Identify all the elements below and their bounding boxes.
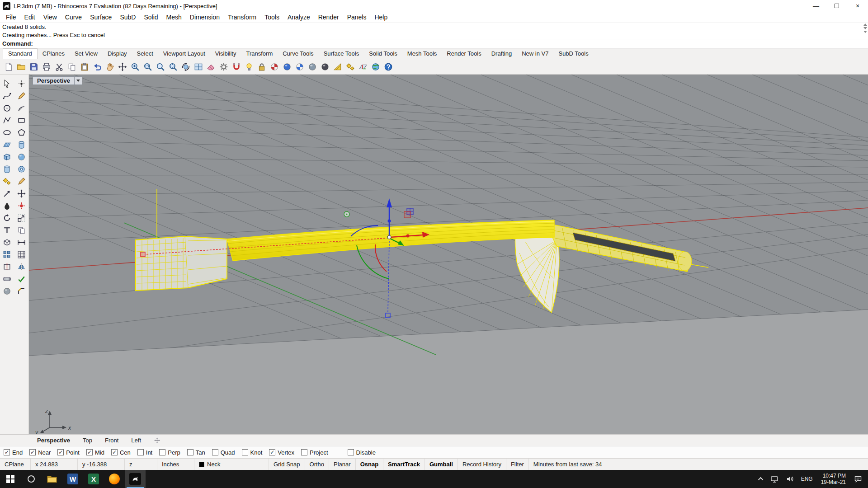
point-tool[interactable]: [15, 78, 27, 89]
viewport-tab-front[interactable]: Front: [99, 436, 124, 445]
toggle-filter[interactable]: Filter: [506, 459, 529, 470]
undo-button[interactable]: [91, 61, 103, 73]
action-center-button[interactable]: [850, 470, 866, 488]
osnap-int[interactable]: Int: [137, 449, 152, 456]
text-tool[interactable]: [1, 225, 13, 235]
menu-surface[interactable]: Surface: [86, 13, 116, 22]
tab-viewport-layout[interactable]: Viewport Layout: [158, 49, 210, 59]
toggle-grid-snap[interactable]: Grid Snap: [269, 459, 305, 470]
toggle-gumball[interactable]: Gumball: [425, 459, 458, 470]
osnap-cen[interactable]: ✓Cen: [111, 449, 131, 456]
checkbox[interactable]: [187, 449, 193, 455]
cplane-button[interactable]: [357, 61, 369, 73]
gumball-x-extent-handle[interactable]: [141, 252, 145, 257]
select-tool[interactable]: [1, 78, 13, 89]
sphere-tool[interactable]: [15, 151, 27, 162]
language-indicator[interactable]: ENG: [797, 470, 816, 488]
checkbox[interactable]: [242, 449, 248, 455]
grid-tool[interactable]: [15, 249, 27, 260]
checkbox[interactable]: ✓: [111, 449, 118, 455]
object-snap-button[interactable]: [230, 61, 242, 73]
menu-view[interactable]: View: [39, 13, 61, 22]
cylinder-tool[interactable]: [1, 164, 13, 174]
restore-view-button[interactable]: [205, 61, 217, 73]
osnap-tan[interactable]: Tan: [187, 449, 205, 456]
viewport-tab-left[interactable]: Left: [126, 436, 146, 445]
tab-render-tools[interactable]: Render Tools: [442, 49, 486, 59]
tab-set-view[interactable]: Set View: [70, 49, 103, 59]
search-button[interactable]: [21, 470, 42, 488]
file-explorer-button[interactable]: [42, 470, 62, 488]
rotate-view-button[interactable]: [179, 61, 192, 73]
extrude-tool[interactable]: [15, 139, 27, 150]
polygon-tool[interactable]: [15, 127, 27, 138]
lights-button[interactable]: [243, 61, 255, 73]
osnap-point[interactable]: ✓Point: [57, 449, 80, 456]
polyline-tool[interactable]: [1, 115, 13, 126]
drafting-button[interactable]: [331, 61, 344, 73]
checkbox[interactable]: ✓: [29, 449, 36, 455]
tab-mesh-tools[interactable]: Mesh Tools: [402, 49, 442, 59]
torus-tool[interactable]: [15, 164, 27, 174]
new-viewport-tab-button[interactable]: [153, 436, 161, 445]
tab-visibility[interactable]: Visibility: [210, 49, 241, 59]
show-desktop-button[interactable]: [866, 470, 868, 488]
osnap-disable[interactable]: Disable: [348, 449, 376, 456]
command-scrollbar[interactable]: [863, 23, 867, 33]
scroll-up-icon[interactable]: [863, 23, 867, 26]
zoom-extents-button[interactable]: [167, 61, 179, 73]
new-file-button[interactable]: [2, 61, 14, 73]
checkbox[interactable]: [212, 449, 218, 455]
scale-tool[interactable]: [15, 212, 27, 223]
checkbox[interactable]: ✓: [86, 449, 93, 455]
menu-help[interactable]: Help: [370, 13, 392, 22]
menu-dimension[interactable]: Dimension: [186, 13, 224, 22]
menu-render[interactable]: Render: [314, 13, 343, 22]
tab-display[interactable]: Display: [103, 49, 132, 59]
osnap-near[interactable]: ✓Near: [29, 449, 51, 456]
checkbox[interactable]: [159, 449, 165, 455]
osnap-mid[interactable]: ✓Mid: [86, 449, 104, 456]
transform-tool[interactable]: [15, 188, 27, 199]
tab-select[interactable]: Select: [132, 49, 158, 59]
render-preview-button[interactable]: [268, 61, 280, 73]
hidden-icons-button[interactable]: [756, 470, 767, 488]
close-button[interactable]: ×: [847, 0, 868, 12]
menu-transform[interactable]: Transform: [224, 13, 260, 22]
checkbox[interactable]: ✓: [4, 449, 10, 455]
tab-surface-tools[interactable]: Surface Tools: [319, 49, 364, 59]
menu-mesh[interactable]: Mesh: [162, 13, 186, 22]
options-button[interactable]: [217, 61, 230, 73]
split-tool[interactable]: [1, 261, 13, 272]
command-dropdown-icon[interactable]: [863, 31, 867, 33]
tab-cplanes[interactable]: CPlanes: [38, 49, 70, 59]
viewport-canvas[interactable]: z x y Perspective: [29, 75, 868, 434]
osnap-quad[interactable]: Quad: [212, 449, 235, 456]
osnap-knot[interactable]: Knot: [242, 449, 263, 456]
gumball-x-scale-dot[interactable]: [406, 235, 410, 238]
checkbox[interactable]: ✓: [269, 449, 275, 455]
block-tool[interactable]: [1, 237, 13, 248]
viewport-tab-top[interactable]: Top: [77, 436, 98, 445]
zoom-dynamic-button[interactable]: [129, 61, 141, 73]
tab-drafting[interactable]: Drafting: [486, 49, 517, 59]
tab-standard[interactable]: Standard: [3, 48, 38, 59]
zoom-window-button[interactable]: [142, 61, 154, 73]
tab-curve-tools[interactable]: Curve Tools: [278, 49, 318, 59]
cut-button[interactable]: [53, 61, 65, 73]
minimize-button[interactable]: —: [806, 0, 826, 12]
checkbox[interactable]: [348, 449, 354, 455]
toggle-record-history[interactable]: Record History: [458, 459, 506, 470]
lock-objects-button[interactable]: [255, 61, 268, 73]
menu-tools[interactable]: Tools: [260, 13, 283, 22]
tab-new-in-v7[interactable]: New in V7: [517, 49, 553, 59]
start-button[interactable]: [0, 470, 21, 488]
rotate-tool[interactable]: [1, 212, 13, 223]
mirror-tool[interactable]: [15, 261, 27, 272]
volume-tray-button[interactable]: [782, 470, 797, 488]
tab-transform[interactable]: Transform: [241, 49, 278, 59]
move-view-button[interactable]: [116, 61, 128, 73]
earth-anchor-button[interactable]: [369, 61, 382, 73]
viewport-title-menu[interactable]: [75, 76, 82, 85]
network-tray-button[interactable]: [767, 470, 782, 488]
